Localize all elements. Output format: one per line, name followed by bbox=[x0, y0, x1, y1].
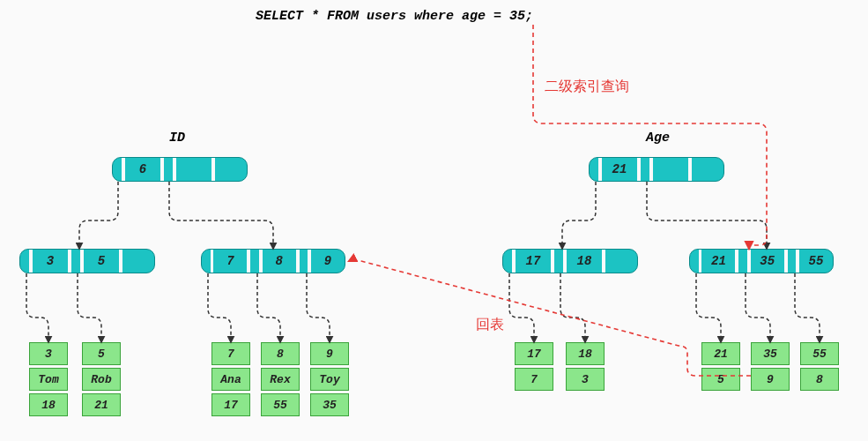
leaf-pk: 7 bbox=[515, 368, 553, 391]
leaf-val: 35 bbox=[310, 393, 349, 416]
id-mid-left-k1: 5 bbox=[84, 250, 119, 273]
age-mid-left-k1: 18 bbox=[567, 250, 602, 273]
leaf-val: 21 bbox=[82, 393, 121, 416]
age-leaf-1: 18 3 bbox=[566, 342, 605, 393]
age-leaf-2: 21 5 bbox=[701, 342, 740, 393]
id-leaf-2: 7 Ana 17 bbox=[211, 342, 250, 419]
id-root-key: 6 bbox=[125, 158, 160, 181]
id-root-node: 6 bbox=[112, 157, 248, 182]
age-mid-right-k2: 55 bbox=[799, 250, 833, 273]
age-leaf-3: 35 9 bbox=[751, 342, 790, 393]
leaf-name: Rex bbox=[261, 368, 300, 391]
leaf-val: 18 bbox=[29, 393, 68, 416]
leaf-key: 3 bbox=[29, 342, 68, 365]
age-leaf-0: 17 7 bbox=[515, 342, 553, 393]
id-mid-left-k0: 3 bbox=[33, 250, 68, 273]
leaf-key: 17 bbox=[515, 342, 553, 365]
leaf-key: 7 bbox=[211, 342, 250, 365]
id-leaf-3: 8 Rex 55 bbox=[261, 342, 300, 419]
id-mid-right-k2: 9 bbox=[311, 250, 345, 273]
sql-query: SELECT * FROM users where age = 35; bbox=[256, 9, 533, 24]
id-mid-right-k0: 7 bbox=[213, 250, 247, 273]
leaf-val: 55 bbox=[261, 393, 300, 416]
tree-label-age: Age bbox=[646, 131, 670, 146]
leaf-key: 18 bbox=[566, 342, 605, 365]
age-leaf-4: 55 8 bbox=[800, 342, 839, 393]
id-leaf-4: 9 Toy 35 bbox=[310, 342, 349, 419]
leaf-name: Rob bbox=[82, 368, 121, 391]
age-mid-left-node: 17 18 bbox=[502, 249, 638, 273]
age-mid-right-node: 21 35 55 bbox=[689, 249, 834, 273]
age-mid-right-k0: 21 bbox=[701, 250, 735, 273]
leaf-pk: 5 bbox=[701, 368, 740, 391]
leaf-key: 8 bbox=[261, 342, 300, 365]
leaf-val: 17 bbox=[211, 393, 250, 416]
leaf-key: 21 bbox=[701, 342, 740, 365]
age-root-key: 21 bbox=[602, 158, 637, 181]
id-leaf-1: 5 Rob 21 bbox=[82, 342, 121, 419]
id-mid-right-k1: 8 bbox=[263, 250, 296, 273]
leaf-key: 55 bbox=[800, 342, 839, 365]
leaf-name: Toy bbox=[310, 368, 349, 391]
age-mid-right-k1: 35 bbox=[751, 250, 784, 273]
leaf-key: 35 bbox=[751, 342, 790, 365]
annotation-back-to-table: 回表 bbox=[476, 316, 504, 334]
leaf-pk: 8 bbox=[800, 368, 839, 391]
id-mid-right-node: 7 8 9 bbox=[201, 249, 345, 273]
leaf-key: 9 bbox=[310, 342, 349, 365]
age-mid-left-k0: 17 bbox=[516, 250, 551, 273]
leaf-key: 5 bbox=[82, 342, 121, 365]
tree-label-id: ID bbox=[169, 131, 185, 146]
id-leaf-0: 3 Tom 18 bbox=[29, 342, 68, 419]
age-root-node: 21 bbox=[589, 157, 724, 182]
id-mid-left-node: 3 5 bbox=[19, 249, 155, 273]
leaf-pk: 3 bbox=[566, 368, 605, 391]
leaf-name: Tom bbox=[29, 368, 68, 391]
leaf-name: Ana bbox=[211, 368, 250, 391]
leaf-pk: 9 bbox=[751, 368, 790, 391]
annotation-secondary-index: 二级索引查询 bbox=[545, 78, 629, 96]
